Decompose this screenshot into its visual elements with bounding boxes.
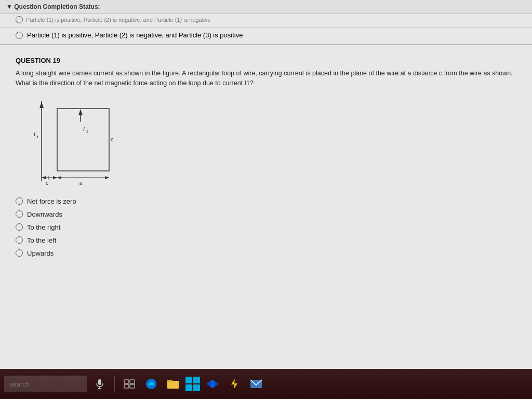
edge-icon[interactable] [142, 375, 161, 393]
answer-options: Net force is zero Downwards To the right… [16, 195, 516, 260]
svg-marker-1 [39, 102, 44, 108]
svg-rect-19 [98, 379, 101, 385]
prev-radio [16, 16, 23, 23]
svg-text:a: a [79, 180, 83, 186]
search-input[interactable] [4, 376, 87, 392]
svg-text:I: I [83, 126, 85, 132]
windows-icon[interactable] [185, 377, 200, 391]
svg-marker-6 [78, 109, 83, 115]
dropbox-icon[interactable] [203, 375, 222, 393]
option-downwards[interactable]: Downwards [16, 208, 516, 221]
prev-answer-text: Particle (1) is positive, Particle (2) i… [26, 17, 211, 23]
figure-svg: I 1 I 2 c c [26, 96, 140, 187]
taskbar-sep1 [114, 376, 115, 392]
svg-marker-15 [57, 176, 61, 179]
svg-text:c: c [111, 136, 114, 142]
svg-marker-12 [53, 176, 57, 179]
taskview-icon[interactable] [120, 375, 139, 393]
svg-text:I: I [34, 131, 35, 137]
svg-rect-4 [57, 109, 109, 171]
option-net-force-zero-label: Net force is zero [27, 197, 76, 205]
svg-text:1: 1 [36, 135, 39, 139]
figure-container: I 1 I 2 c c [26, 96, 140, 187]
status-bar-label: ▼ Question Completion Status: [6, 3, 100, 10]
svg-rect-27 [167, 381, 179, 389]
radio-downwards[interactable] [16, 210, 23, 218]
svg-text:c: c [46, 180, 48, 186]
main-content: ▼ Question Completion Status: Particle (… [0, 0, 532, 369]
particle-radio[interactable] [16, 32, 23, 39]
option-to-the-right[interactable]: To the right [16, 221, 516, 234]
taskbar [0, 369, 532, 399]
radio-to-the-right[interactable] [16, 223, 23, 231]
divider [0, 45, 532, 45]
mic-icon[interactable] [90, 375, 109, 393]
question-section: QUESTION 19 A long straight wire carries… [0, 50, 532, 266]
particle-option-text: Particle (1) is positive, Particle (2) i… [27, 31, 243, 39]
mail-icon[interactable] [247, 375, 265, 393]
svg-rect-22 [124, 380, 129, 383]
particle-option-row[interactable]: Particle (1) is positive, Particle (2) i… [0, 28, 532, 45]
option-upwards[interactable]: Upwards [16, 247, 516, 260]
svg-text:2: 2 [86, 129, 89, 134]
question-text: A long straight wire carries current as … [16, 69, 516, 88]
svg-marker-16 [105, 176, 109, 179]
svg-rect-28 [167, 380, 172, 382]
radio-upwards[interactable] [16, 249, 23, 257]
svg-marker-32 [231, 379, 237, 389]
explorer-icon[interactable] [164, 375, 182, 393]
bolt-icon[interactable] [225, 375, 244, 393]
svg-rect-25 [130, 384, 135, 388]
svg-marker-11 [42, 176, 46, 179]
question-number: QUESTION 19 [16, 57, 516, 64]
option-to-the-left-label: To the left [27, 236, 56, 244]
svg-rect-24 [124, 384, 129, 388]
question-completion-status: ▼ Question Completion Status: [0, 0, 532, 14]
option-net-force-zero[interactable]: Net force is zero [16, 195, 516, 208]
option-downwards-label: Downwards [27, 210, 62, 218]
option-to-the-left[interactable]: To the left [16, 234, 516, 247]
radio-to-the-left[interactable] [16, 236, 23, 244]
previous-answer-row: Particle (1) is positive, Particle (2) i… [0, 14, 532, 28]
option-to-the-right-label: To the right [27, 223, 60, 231]
svg-rect-23 [130, 380, 135, 383]
radio-net-force-zero[interactable] [16, 197, 23, 205]
option-upwards-label: Upwards [27, 249, 54, 257]
